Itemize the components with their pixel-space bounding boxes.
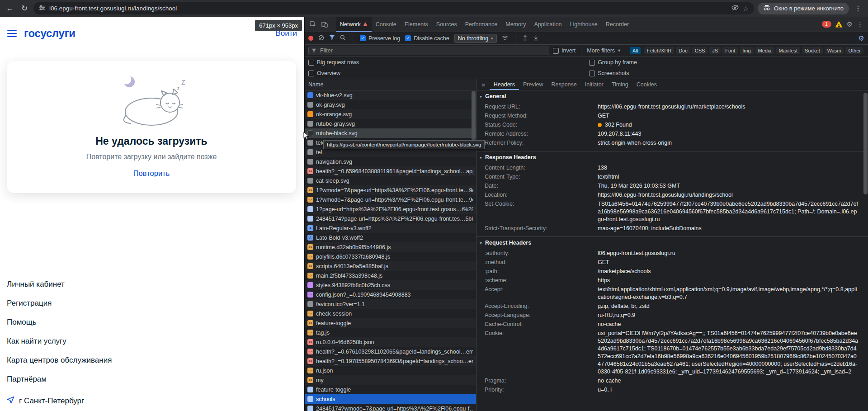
footer-link-[interactable]: Личный кабинет [7,280,112,289]
network-request-row[interactable]: <>runtime.d32ab0b9f5b44906.js [305,242,476,252]
network-request-row[interactable]: <>polyfills.d6c07337fa680948.js [305,252,476,261]
site-info-icon[interactable] [39,5,45,12]
devtools-tab-elements[interactable]: Elements [401,17,432,32]
option-group-by-frame[interactable]: Group by frame [589,59,864,66]
network-request-row[interactable]: ALato-Bold-v3.woff2 [305,233,476,242]
devtools-menu-kebab-icon[interactable]: ⋮ [857,20,863,28]
network-request-row[interactable]: <>check-session [305,309,476,318]
footer-link-[interactable]: Как найти услугу [7,337,112,346]
footer-link-[interactable]: Карта центров обслуживания [7,356,112,365]
details-tab-headers[interactable]: Headers [490,79,519,90]
checkbox-unchecked-icon[interactable] [589,60,595,66]
network-filter-input[interactable] [319,47,546,54]
footer-link-[interactable]: Регистрация [7,299,112,308]
devtools-tab-sources[interactable]: Sources [432,17,461,32]
filter-chip-css[interactable]: CSS [692,47,708,54]
option-overview[interactable]: Overview [308,70,589,76]
browser-menu-kebab-icon[interactable]: ⋮ [853,4,863,13]
network-request-row[interactable]: <>ru.0.0.0-46d6258b.json [305,337,476,347]
network-settings-gear-icon[interactable]: ⚙ [859,34,864,43]
devtools-tab-network[interactable]: Network [336,17,372,32]
devtools-tab-memory[interactable]: Memory [501,17,530,32]
eye-off-icon[interactable] [731,5,739,12]
region-selector[interactable]: г Санкт-Петербург [7,396,84,406]
network-request-row[interactable]: <>tag.js [305,328,476,337]
footer-link-[interactable]: Помощь [7,318,112,327]
hamburger-menu-icon[interactable] [7,30,17,38]
export-har-icon[interactable] [533,35,539,42]
network-request-row[interactable]: <>1?wmode=7&page-url=https%3A%2F%2Fl06.e… [305,195,476,204]
filter-chip-media[interactable]: Media [755,47,774,54]
checkbox-unchecked-icon[interactable] [589,71,595,76]
network-request-row[interactable]: rutube-gray.svg [305,119,476,128]
network-request-row[interactable]: vk-blue-v2.svg [305,90,476,100]
filter-chip-fetch-xhr[interactable]: Fetch/XHR [644,47,674,54]
devtools-tab-recorder[interactable]: Recorder [602,17,633,32]
invert-checkbox[interactable]: Invert [553,47,576,54]
network-request-row[interactable]: feature-toggle [305,385,476,394]
network-request-row[interactable]: schools [305,394,476,404]
network-request-row[interactable]: cat-sleep.svg [305,176,476,185]
network-request-row[interactable]: 24845174?wmode=7&page-url=https%3A%2F%2F… [305,404,476,411]
network-request-row[interactable]: <>my [305,375,476,385]
network-request-row[interactable]: ok-orange.svg [305,109,476,119]
error-count-badge[interactable]: 1 [822,21,831,28]
devtools-tab-performance[interactable]: Performance [461,17,502,32]
network-request-row[interactable]: ok-gray.svg [305,100,476,109]
network-request-row[interactable]: navigation.svg [305,157,476,166]
filter-chip-manifest[interactable]: Manifest [776,47,801,54]
network-request-row[interactable]: styles.943892fb8c0b25cb.css [305,280,476,290]
network-request-row[interactable]: <>1?wmode=7&page-url=https%3A%2F%2Fl06.e… [305,185,476,195]
search-icon[interactable] [340,35,346,42]
retry-link[interactable]: Повторить [133,169,170,178]
network-request-row[interactable]: ALato-Regular-v3.woff2 [305,223,476,233]
devtools-tab-console[interactable]: Console [372,17,401,32]
section-header-general[interactable]: ▾General [476,90,868,102]
details-tab-preview[interactable]: Preview [519,79,547,90]
details-tab-initiator[interactable]: Initiator [581,79,608,90]
filter-toggle-icon[interactable] [329,35,335,42]
filter-chip-other[interactable]: Other [845,47,863,54]
devtools-settings-gear-icon[interactable]: ⚙ [847,20,853,28]
devtools-tab-lighthouse[interactable]: Lighthouse [566,17,602,32]
network-request-row[interactable]: <>main.2f5bf4733a398e48.js [305,271,476,280]
filter-input-box[interactable] [308,47,549,55]
details-tab-cookies[interactable]: Cookies [632,79,661,90]
network-conditions-icon[interactable] [502,35,508,42]
details-tab-response[interactable]: Response [547,79,580,90]
filter-chip-socket[interactable]: Socket [802,47,823,54]
close-details-icon[interactable]: × [477,81,490,89]
section-header-request-headers[interactable]: ▾Request Headers [476,237,868,249]
details-scrollbar[interactable] [863,93,868,194]
warning-count-badge[interactable]: 1 [835,21,843,28]
bookmark-star-icon[interactable]: ☆ [743,5,749,12]
filter-chip-img[interactable]: Img [740,47,753,54]
disable-cache-checkbox[interactable]: ✓ Disable cache [405,35,449,42]
network-request-row[interactable]: <>scripts.64013e0a5e885baf.js [305,261,476,271]
name-column-header[interactable]: Name [305,79,476,90]
filter-chip-doc[interactable]: Doc [676,47,690,54]
clear-network-log-icon[interactable] [318,35,324,42]
option-screenshots[interactable]: Screenshots [589,70,864,76]
device-toolbar-icon[interactable] [319,19,330,29]
import-har-icon[interactable] [522,35,528,42]
network-request-row[interactable]: 1?page-url=https%3A%2F%2Fl06.epgu-front.… [305,204,476,214]
network-request-row[interactable]: <>health?_=0.19785589507843693&pageId=la… [305,356,476,366]
throttling-select[interactable]: No throttling ▾ [454,34,497,43]
filter-chip-font[interactable]: Font [722,47,738,54]
record-network-log-button[interactable] [308,36,313,41]
network-request-row[interactable]: <>health?_=0.6596840388811961&pageId=lan… [305,166,476,176]
request-list-scrollbar[interactable] [472,91,476,141]
network-request-row[interactable]: 24845174?page-url=https%3A%2F%2Fl06.epgu… [305,214,476,223]
option-big-request-rows[interactable]: Big request rows [308,59,589,66]
inspect-element-icon[interactable] [307,19,318,29]
reload-button[interactable]: ↻ [19,4,30,13]
network-request-row[interactable]: <>config.json?_=0.19094689454908883 [305,290,476,299]
devtools-tab-application[interactable]: Application [530,17,566,32]
filter-chip-js[interactable]: JS [709,47,721,54]
more-filters-dropdown[interactable]: More filters ▼ [587,47,621,54]
checkbox-unchecked-icon[interactable] [308,60,314,66]
network-request-row[interactable]: rutube-black.svg [305,128,476,138]
section-header-response-headers[interactable]: ▾Response Headers [476,151,868,163]
gosuslugi-logo[interactable]: госуслуги [24,27,75,40]
